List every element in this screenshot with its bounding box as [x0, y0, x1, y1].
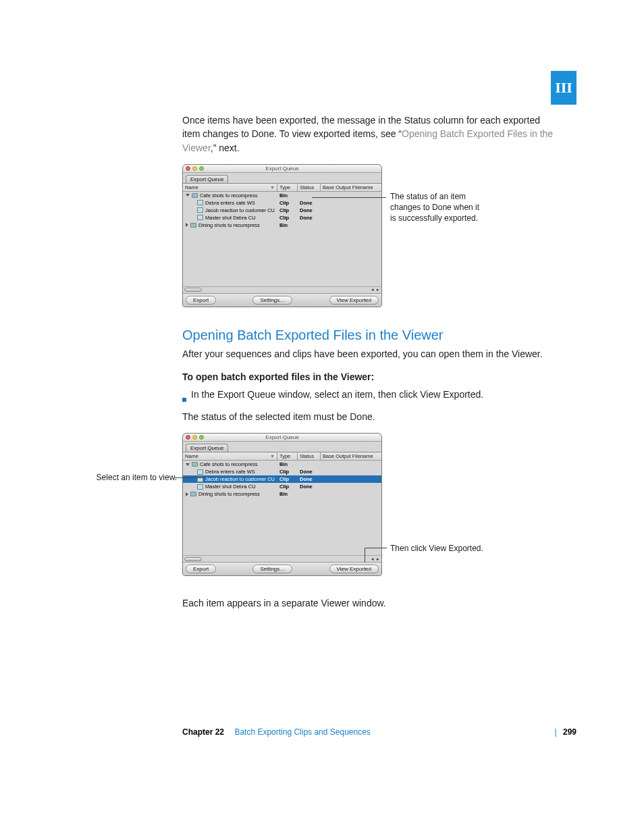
- table-row-selected[interactable]: Jacob reaction to customer CU Clip Done: [183, 475, 381, 483]
- col-name[interactable]: Name▼: [183, 452, 277, 460]
- row-status: [298, 490, 321, 498]
- callout-line: The status of an item: [390, 191, 505, 202]
- table-row[interactable]: Debra enters cafe WS Clip Done: [183, 468, 381, 475]
- col-name-label: Name: [185, 453, 198, 459]
- row-type: Bin: [277, 461, 298, 468]
- row-status: [298, 221, 321, 229]
- section-marker: III: [551, 71, 576, 105]
- column-headers: Name▼ Type Status Base Output Filename: [183, 184, 381, 192]
- callout-leader: [365, 548, 365, 563]
- button-bar: Export Settings… View Exported: [183, 293, 381, 307]
- callout-leader: [174, 477, 205, 478]
- row-area: Cafe shots to recompress Bin Debra enter…: [183, 192, 381, 286]
- table-row[interactable]: Dining shots to recompress Bin: [183, 221, 381, 229]
- bin-icon: [190, 492, 196, 496]
- disclosure-triangle-icon[interactable]: [186, 492, 188, 496]
- row-status: Done: [298, 207, 321, 214]
- disclosure-triangle-icon[interactable]: [186, 194, 190, 197]
- step-note: The status of the selected item must be …: [182, 410, 560, 423]
- row-type: Clip: [277, 468, 298, 475]
- col-base-output[interactable]: Base Output Filename: [321, 452, 381, 460]
- callout-view-exported: Then click View Exported.: [390, 543, 505, 554]
- scroll-thumb[interactable]: [184, 288, 202, 292]
- row-status: Done: [298, 199, 321, 207]
- table-row[interactable]: Cafe shots to recompress Bin: [183, 461, 381, 468]
- callout-line: is successfully exported.: [390, 213, 505, 224]
- settings-button[interactable]: Settings…: [252, 565, 292, 573]
- settings-button[interactable]: Settings…: [252, 296, 292, 305]
- scroll-arrows-icon[interactable]: ◂ ▸: [371, 556, 380, 562]
- bin-icon: [192, 193, 198, 198]
- col-type[interactable]: Type: [277, 184, 298, 191]
- row-name: Master shot Debra CU: [205, 215, 256, 221]
- scroll-bar[interactable]: ◂ ▸: [183, 555, 381, 562]
- button-bar: Export Settings… View Exported: [183, 562, 381, 575]
- col-status[interactable]: Status: [298, 184, 321, 191]
- row-type: Clip: [277, 199, 298, 207]
- scroll-thumb[interactable]: [184, 557, 202, 561]
- tab-bar: Export Queue: [183, 173, 381, 184]
- screenshot-1-wrap: Export Queue Export Queue Name▼ Type Sta…: [182, 164, 560, 303]
- disclosure-triangle-icon[interactable]: [186, 463, 190, 466]
- row-type: Clip: [277, 483, 298, 490]
- tab-export-queue[interactable]: Export Queue: [186, 444, 228, 452]
- window-titlebar: Export Queue: [183, 434, 381, 442]
- row-area: Cafe shots to recompress Bin Debra enter…: [183, 461, 381, 555]
- sort-indicator-icon: ▼: [270, 185, 275, 190]
- footer-divider: |: [555, 727, 557, 737]
- table-row[interactable]: Master shot Debra CU Clip Done: [183, 214, 381, 221]
- row-status: Done: [298, 468, 321, 475]
- row-type: Bin: [277, 490, 298, 498]
- table-row[interactable]: Dining shots to recompress Bin: [183, 490, 381, 498]
- view-exported-button[interactable]: View Exported: [329, 565, 379, 573]
- export-button[interactable]: Export: [186, 296, 216, 305]
- column-headers: Name▼ Type Status Base Output Filename: [183, 452, 381, 461]
- row-status: Done: [298, 214, 321, 221]
- footer-left: Chapter 22 Batch Exporting Clips and Seq…: [182, 727, 371, 737]
- window-title: Export Queue: [183, 434, 381, 440]
- table-row[interactable]: Cafe shots to recompress Bin: [183, 192, 381, 199]
- chapter-label: Chapter 22: [182, 727, 224, 737]
- step-row: In the Export Queue window, select an it…: [182, 388, 560, 401]
- callout-status-done: The status of an item changes to Done wh…: [390, 191, 505, 224]
- col-status[interactable]: Status: [298, 452, 321, 460]
- row-name: Debra enters cafe WS: [205, 469, 255, 475]
- view-exported-button[interactable]: View Exported: [329, 296, 379, 305]
- row-name: Dining shots to recompress: [198, 491, 260, 497]
- tab-bar: Export Queue: [183, 442, 381, 452]
- clip-icon: [197, 469, 203, 475]
- export-button[interactable]: Export: [186, 565, 216, 573]
- row-name: Dining shots to recompress: [198, 222, 260, 228]
- section-heading: Opening Batch Exported Files in the View…: [182, 328, 560, 343]
- intro-text-b: ,” next.: [211, 142, 240, 153]
- row-type: Bin: [277, 192, 298, 199]
- row-type: Bin: [277, 221, 298, 229]
- scroll-arrows-icon[interactable]: ◂ ▸: [371, 287, 380, 292]
- window-title: Export Queue: [183, 165, 381, 172]
- sort-indicator-icon: ▼: [270, 454, 275, 459]
- tab-export-queue[interactable]: Export Queue: [186, 175, 228, 183]
- row-name: Debra enters cafe WS: [205, 200, 255, 206]
- table-row[interactable]: Debra enters cafe WS Clip Done: [183, 199, 381, 207]
- col-type[interactable]: Type: [277, 452, 298, 460]
- col-name[interactable]: Name▼: [183, 184, 277, 191]
- row-type: Clip: [277, 207, 298, 214]
- window-titlebar: Export Queue: [183, 165, 381, 173]
- export-queue-window-1: Export Queue Export Queue Name▼ Type Sta…: [182, 164, 382, 307]
- row-status: [298, 192, 321, 199]
- row-name: Cafe shots to recompress: [200, 461, 257, 467]
- intro-paragraph: Once items have been exported, the messa…: [182, 113, 560, 155]
- task-heading: To open batch exported files in the View…: [182, 370, 560, 384]
- table-row[interactable]: Jacob reaction to customer CU Clip Done: [183, 207, 381, 214]
- screenshot-2-wrap: Export Queue Export Queue Name▼ Type Sta…: [182, 433, 560, 572]
- table-row[interactable]: Master shot Debra CU Clip Done: [183, 483, 381, 490]
- page-footer: Chapter 22 Batch Exporting Clips and Seq…: [182, 727, 576, 737]
- row-type: Clip: [277, 214, 298, 221]
- col-base-output[interactable]: Base Output Filename: [321, 184, 381, 191]
- scroll-bar[interactable]: ◂ ▸: [183, 286, 381, 293]
- disclosure-triangle-icon[interactable]: [186, 223, 188, 227]
- bin-icon: [190, 223, 196, 228]
- row-status: Done: [298, 483, 321, 490]
- callout-select-item: Select an item to view.: [92, 472, 177, 483]
- callout-leader: [365, 548, 387, 548]
